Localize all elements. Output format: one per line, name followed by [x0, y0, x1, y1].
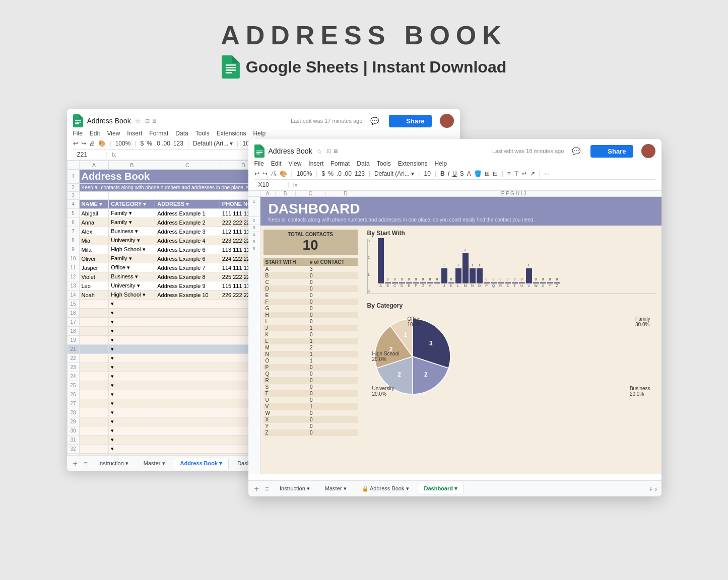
menu-data-back[interactable]: Data: [175, 130, 188, 137]
undo-icon-back[interactable]: ↩: [73, 140, 78, 147]
bar-label: E: [408, 284, 410, 287]
tab-add-back[interactable]: +: [71, 459, 80, 468]
chat-icon-back[interactable]: 💬: [370, 117, 379, 125]
tab-list-front[interactable]: ≡: [263, 485, 271, 493]
page-title: ADDRESS BOOK: [221, 20, 507, 50]
gs-formula-bar-front: X10 | fx: [254, 180, 655, 190]
redo-icon-front[interactable]: ↪: [262, 170, 268, 177]
star-icon-front[interactable]: ☆: [316, 148, 322, 155]
redo-icon-back[interactable]: ↪: [81, 140, 86, 147]
menu-help-back[interactable]: Help: [253, 130, 266, 137]
align-front[interactable]: ≡: [507, 170, 511, 177]
bar-rect: [406, 282, 412, 283]
menu-edit-front[interactable]: Edit: [271, 160, 282, 167]
menu-file-back[interactable]: File: [73, 130, 83, 137]
count-cell: 1: [308, 351, 358, 357]
currency-front[interactable]: $: [321, 170, 325, 177]
menu-format-front[interactable]: Format: [330, 160, 350, 167]
percent-front[interactable]: %: [328, 170, 334, 177]
percent-back[interactable]: %: [147, 140, 152, 147]
strikethrough-front[interactable]: S: [460, 170, 464, 177]
user-avatar-front[interactable]: [641, 144, 655, 158]
col-header-row-num: [67, 161, 79, 170]
menu-edit-back[interactable]: Edit: [90, 130, 100, 137]
bar-col: 0C: [392, 277, 398, 287]
format-type-front[interactable]: 123: [355, 170, 365, 177]
menu-format-back[interactable]: Format: [149, 130, 168, 137]
gs-title-front: Address Book: [269, 147, 312, 155]
font-back[interactable]: Default (Ari... ▾: [193, 140, 233, 147]
cell-ref-front[interactable]: X10: [258, 181, 284, 188]
tab-master-front[interactable]: Master ▾: [318, 483, 353, 494]
pie-label-0: 3: [429, 340, 433, 347]
menu-help-front[interactable]: Help: [434, 160, 447, 167]
wrap-front[interactable]: ↵: [522, 170, 527, 177]
menu-tools-front[interactable]: Tools: [377, 160, 391, 167]
font-size-front[interactable]: 10: [424, 170, 430, 177]
bar-value: 0: [486, 277, 488, 282]
tab-master-back[interactable]: Master ▾: [137, 458, 172, 469]
menu-data-front[interactable]: Data: [357, 160, 369, 167]
tab-instruction-back[interactable]: Instruction ▾: [92, 458, 135, 469]
col-name: NAME ▾: [79, 200, 109, 209]
gs-title-row-back: Address Book ☆ ⊡ 🖥 Last edit was 17 minu…: [73, 112, 454, 129]
dashboard-stats-panel: TOTAL CONTACTS 10 START WITH # of CONTAC…: [260, 226, 361, 472]
tab-add-front[interactable]: +: [252, 484, 261, 493]
row-num-2: 2: [67, 184, 79, 192]
menu-file-front[interactable]: File: [254, 160, 264, 167]
bold-front[interactable]: B: [440, 170, 445, 177]
bar-value: 1: [479, 263, 481, 268]
share-button-front[interactable]: 👤 Share: [590, 145, 633, 158]
menu-extensions-front[interactable]: Extensions: [398, 160, 428, 167]
rotate-front[interactable]: ↗: [530, 170, 535, 177]
count-cell: 1: [308, 357, 358, 364]
zoom-back[interactable]: 100%: [115, 140, 131, 147]
tab-address-book-front[interactable]: 🔒 Address Book ▾: [355, 483, 416, 494]
underline-front[interactable]: U: [452, 170, 457, 177]
bar-value: 0: [429, 277, 431, 282]
font-front[interactable]: Default (Ari... ▾: [374, 170, 414, 177]
dashboard-subtitle-front: Keep all contacts along with phone numbe…: [269, 217, 653, 225]
letter-cell: C: [263, 279, 308, 285]
format-type-back[interactable]: 123: [173, 140, 183, 147]
formula-sep-front: |: [288, 181, 289, 188]
bar-value: 0: [493, 277, 495, 282]
print-icon-front[interactable]: 🖨: [271, 170, 277, 177]
tab-arrow-right[interactable]: ›: [655, 485, 657, 493]
cell-ref-back[interactable]: Z21: [77, 151, 102, 158]
menu-insert-back[interactable]: Insert: [127, 130, 142, 137]
currency-back[interactable]: $: [140, 140, 144, 147]
menu-extensions-back[interactable]: Extensions: [217, 130, 246, 137]
zoom-front[interactable]: 100%: [297, 170, 312, 177]
paint-icon-back[interactable]: 🎨: [98, 140, 106, 147]
bar-value: 0: [450, 277, 452, 282]
print-icon-back[interactable]: 🖨: [89, 140, 95, 147]
decimal-back[interactable]: .0 .00: [155, 140, 170, 147]
paint-icon-front[interactable]: 🎨: [280, 170, 287, 177]
menu-view-back[interactable]: View: [107, 130, 120, 137]
letter-cell: R: [263, 377, 308, 384]
col-address: ADDRESS ▾: [155, 200, 220, 209]
chat-icon-front[interactable]: 💬: [572, 147, 580, 155]
tab-instruction-front[interactable]: Instruction ▾: [273, 483, 316, 494]
menu-view-front[interactable]: View: [289, 160, 302, 167]
merge-front[interactable]: ⊟: [493, 170, 498, 177]
star-icon-back[interactable]: ☆: [135, 117, 141, 125]
italic-front[interactable]: I: [448, 170, 449, 177]
fill-color-front[interactable]: 🪣: [474, 170, 482, 177]
borders-front[interactable]: ⊞: [485, 170, 490, 177]
font-color-front[interactable]: A: [467, 170, 471, 177]
tab-list-back[interactable]: ≡: [82, 460, 90, 468]
menu-tools-back[interactable]: Tools: [195, 130, 210, 137]
bar-value: 0: [401, 277, 403, 282]
tab-dashboard-front[interactable]: Dashboard ▾: [418, 483, 465, 494]
menu-insert-front[interactable]: Insert: [308, 160, 323, 167]
valign-front[interactable]: ⊤: [514, 170, 519, 177]
undo-icon-front[interactable]: ↩: [254, 170, 259, 177]
user-avatar-back[interactable]: [440, 114, 454, 128]
share-button-back[interactable]: 👤 Share: [389, 115, 431, 127]
decimal-front[interactable]: .0 .00: [337, 170, 352, 177]
more-front[interactable]: ···: [545, 170, 550, 177]
tab-address-book-back[interactable]: Address Book ▾: [174, 458, 229, 469]
tab-add-right[interactable]: +: [649, 485, 653, 493]
